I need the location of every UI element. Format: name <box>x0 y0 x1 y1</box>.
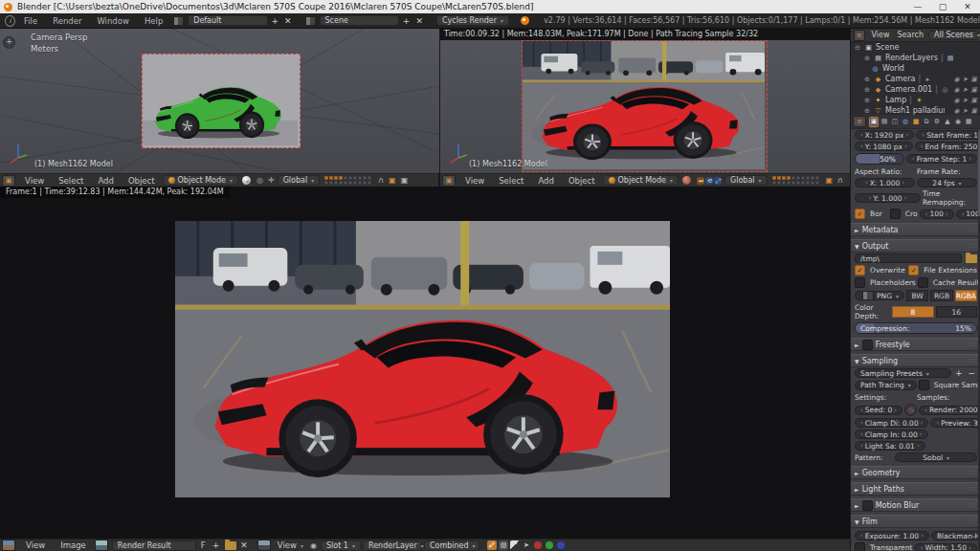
remove-preset-button[interactable]: − <box>966 368 977 378</box>
browse-image-icon[interactable] <box>95 540 108 551</box>
outliner-editor-icon[interactable]: ≡ <box>854 30 865 41</box>
resolution-y-field[interactable]: Y: 1080 px <box>855 142 913 151</box>
orientation-select[interactable]: Global <box>278 175 321 186</box>
pivot-center-icon[interactable]: ◎ <box>255 176 265 185</box>
color-ramp-icon[interactable] <box>510 540 520 550</box>
remap-new-field[interactable]: 100 <box>956 209 980 219</box>
screen-layout-icon[interactable] <box>173 16 184 26</box>
render-anim-icon[interactable]: ▣ <box>399 176 411 185</box>
tab-world[interactable]: ◍ <box>901 117 910 127</box>
outliner[interactable]: ≡ View Search All Scenes ⊖ ▣ Scene ⊕ ▤ R… <box>851 29 980 115</box>
add-layout-button[interactable]: + <box>270 16 281 26</box>
menu-file[interactable]: File <box>17 16 44 26</box>
visibility-eye-icon[interactable]: ◉ <box>953 97 959 104</box>
unlink-image-button[interactable]: ✕ <box>238 540 250 550</box>
outliner-row-lamp[interactable]: ⊕ ✦ Lamp | ☀ ◉ ➤ ▣ <box>851 95 980 105</box>
delete-layout-button[interactable]: ✕ <box>282 16 294 26</box>
menu-view[interactable]: View <box>458 176 491 186</box>
close-button[interactable]: ✕ <box>955 2 980 11</box>
bw-button[interactable]: BW <box>906 290 928 301</box>
panel-output[interactable]: ▼Output::: <box>851 239 980 253</box>
frame-step-field[interactable]: Frame Step: 1 <box>906 154 977 164</box>
overwrite-checkbox[interactable]: ✓ <box>855 265 865 276</box>
snap-magnet-icon[interactable]: ∩ <box>835 176 845 185</box>
remap-old-field[interactable]: 100 <box>920 209 954 219</box>
image-editor-icon[interactable] <box>2 540 15 551</box>
output-path-field[interactable]: /tmp\ <box>855 253 962 263</box>
pass-select[interactable]: Combined <box>424 540 479 551</box>
resolution-percentage-slider[interactable]: 50% <box>855 153 904 165</box>
menu-add[interactable]: Add <box>531 176 560 186</box>
slot-select[interactable]: Slot 1 <box>321 540 361 551</box>
start-frame-field[interactable]: Start Frame: 1 <box>916 130 980 140</box>
tab-render[interactable]: ▣ <box>869 117 879 127</box>
sample-arrow-icon[interactable]: ➤ <box>522 540 531 550</box>
selectable-arrow-icon[interactable]: ➤ <box>963 107 969 115</box>
manipulator-buttons[interactable]: ↔ ⟲ ⤢ <box>697 177 722 185</box>
mode-select[interactable]: Object Mode <box>603 175 679 186</box>
tab-render-layers[interactable]: ▤ <box>880 117 889 127</box>
layer-select[interactable]: RenderLayer <box>363 540 422 551</box>
depth-16-button[interactable]: 16 <box>936 306 977 318</box>
aspect-x-field[interactable]: X: 1.000 <box>855 178 915 187</box>
viewport-3d-left[interactable]: Camera Persp Meters + (1) Mesh1162 Model <box>0 29 440 173</box>
expand-icon[interactable]: ⊕ <box>864 55 871 62</box>
square-samples-checkbox[interactable] <box>919 380 929 390</box>
collapse-icon[interactable]: ⊖ <box>855 44 861 52</box>
renderable-camera-icon[interactable]: ▣ <box>970 76 977 83</box>
add-preset-button[interactable]: + <box>953 368 965 378</box>
panel-film[interactable]: ▼Film::: <box>851 515 980 528</box>
menu-image[interactable]: Image <box>54 540 93 550</box>
selectable-arrow-icon[interactable]: ➤ <box>963 97 969 104</box>
scene-browse-icon[interactable] <box>305 16 316 26</box>
outliner-row-scene[interactable]: ⊖ ▣ Scene <box>851 42 980 53</box>
scale-icon[interactable]: ⤢ <box>714 177 722 185</box>
editor-type-icon[interactable]: ▣ <box>442 175 456 187</box>
render-opengl-icon[interactable]: ▣ <box>387 176 398 185</box>
seed-field[interactable]: Seed: 0 <box>855 406 902 415</box>
expand-icon[interactable]: ⊕ <box>864 76 871 83</box>
tab-scene[interactable]: ◫ <box>890 117 900 127</box>
outliner-row-renderlayers[interactable]: ⊕ ▤ RenderLayers | ▤ <box>851 53 980 63</box>
translate-icon[interactable]: ↔ <box>697 177 704 185</box>
menu-add[interactable]: Add <box>91 176 120 186</box>
outliner-row-mesh[interactable]: ⊕ ▽ Mesh1 palladium_1 Mo ◉ ➤ ▣ <box>851 105 980 115</box>
light-sampling-field[interactable]: Light Sa: 0.01 <box>855 441 925 451</box>
sampling-presets-select[interactable]: Sampling Presets <box>855 368 951 378</box>
border-checkbox[interactable]: ✓ <box>855 209 865 219</box>
shading-mode-icon[interactable] <box>682 176 691 185</box>
tab-data[interactable]: ▲ <box>943 117 952 127</box>
outliner-row-camera[interactable]: ⊕ ◆ Camera | ▸ ◉ ➤ ▣ <box>851 74 980 84</box>
menu-select[interactable]: Select <box>52 176 90 186</box>
fps-select[interactable]: 24 fps <box>917 178 977 187</box>
manipulator-icon[interactable]: ✛ <box>266 176 277 185</box>
integrator-select[interactable]: Path Tracing <box>855 381 917 390</box>
resolution-x-field[interactable]: X: 1920 px <box>855 130 914 140</box>
pattern-select[interactable]: Sobol <box>895 452 977 462</box>
tab-constraints[interactable]: ⧉ <box>922 117 931 127</box>
file-extensions-checkbox[interactable]: ✓ <box>908 265 919 276</box>
editor-type-icon[interactable]: ▣ <box>2 175 15 187</box>
depth-8-button[interactable]: 8 <box>892 306 933 318</box>
visibility-eye-icon[interactable]: ◉ <box>953 76 959 83</box>
image-paint-icon[interactable]: 🖉 <box>487 540 497 550</box>
aspect-y-field[interactable]: Y: 1.000 <box>855 193 921 203</box>
outliner-menu-search[interactable]: Search <box>895 31 926 39</box>
tab-modifiers[interactable]: ⚙ <box>932 117 942 127</box>
outliner-row-camera001[interactable]: ⊕ ◆ Camera.001 | ◎ ◉ ➤ ▣ <box>851 84 980 95</box>
scene-field[interactable]: Scene <box>320 15 399 26</box>
properties-panel[interactable]: ≡ ▣ ▤ ◫ ◍ ■ ⧉ ⚙ ▲ ◉ ▦ X: 1920 px Start F… <box>851 115 980 551</box>
clamp-indirect-field[interactable]: Clamp In: 0.00 <box>855 430 928 439</box>
view-mode-icon[interactable] <box>257 540 271 551</box>
selectable-arrow-icon[interactable]: ➤ <box>963 76 969 83</box>
pixel-filter-select[interactable]: Blackman-Harris <box>931 531 980 540</box>
outliner-row-world[interactable]: ◍ World <box>851 63 980 74</box>
mode-select[interactable]: Object Mode <box>163 175 238 186</box>
panel-metadata[interactable]: ►Metadata::: <box>851 223 980 236</box>
new-image-button[interactable]: + <box>211 540 222 550</box>
menu-select[interactable]: Select <box>492 176 530 186</box>
menu-window[interactable]: Window <box>90 16 136 26</box>
clamp-direct-field[interactable]: Clamp Di: 0.00 <box>855 418 928 428</box>
rgba-button[interactable]: RGBA <box>955 290 977 301</box>
render-engine-select[interactable]: Cycles Render <box>436 15 509 26</box>
